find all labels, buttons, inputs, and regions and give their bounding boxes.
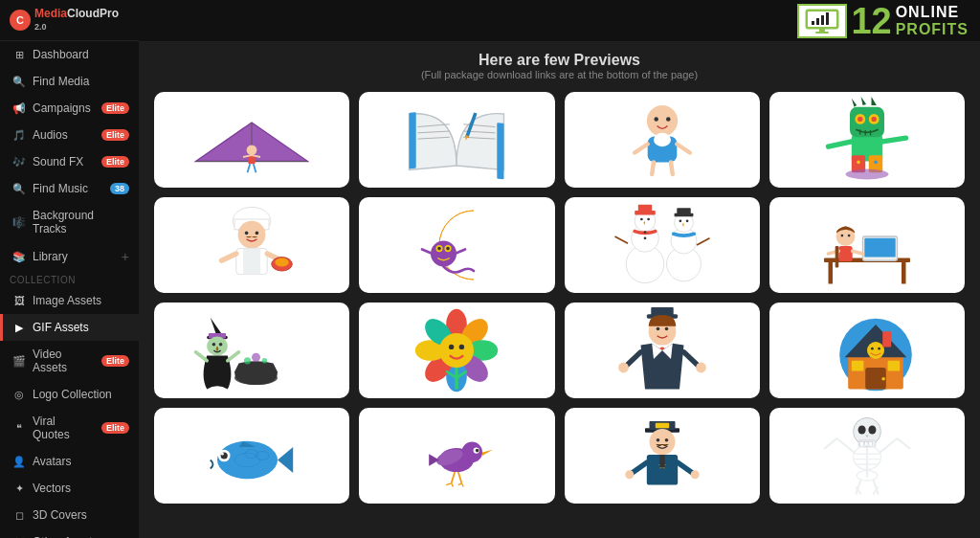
icon-3d-covers: ◻ — [12, 509, 26, 522]
svg-line-71 — [422, 250, 433, 255]
sidebar-item-campaigns[interactable]: 📢 Campaigns Elite — [0, 95, 139, 122]
logo-icon: C — [10, 10, 31, 31]
svg-point-65 — [275, 258, 288, 267]
label-sound-fx: Sound FX — [33, 155, 95, 168]
svg-point-159 — [221, 453, 224, 456]
svg-point-11 — [247, 145, 257, 155]
svg-line-16 — [254, 164, 256, 172]
svg-rect-149 — [887, 361, 900, 371]
svg-line-186 — [678, 462, 692, 473]
sidebar-item-background-tracks[interactable]: 🎼 Background Tracks — [0, 202, 139, 242]
svg-point-82 — [643, 236, 646, 239]
label-video-assets: Video Assets — [33, 347, 95, 374]
card-chef[interactable] — [154, 197, 349, 293]
card-moon-creature[interactable] — [359, 197, 554, 293]
card-book[interactable] — [359, 92, 554, 188]
label-background-tracks: Background Tracks — [33, 209, 129, 235]
sidebar-item-find-music[interactable]: 🔍 Find Music 38 — [0, 175, 139, 202]
svg-rect-101 — [838, 246, 852, 261]
svg-line-201 — [836, 438, 855, 453]
svg-line-139 — [626, 352, 640, 366]
card-hanglider[interactable] — [154, 92, 349, 188]
card-snowmen[interactable] — [565, 197, 760, 293]
icon-audios: 🎵 — [12, 129, 26, 142]
svg-rect-184 — [659, 455, 664, 468]
icon-dashboard: ⊞ — [12, 49, 26, 61]
icon-vectors: ✦ — [12, 482, 26, 495]
brand-number: 12 — [851, 3, 891, 39]
sidebar-item-gif-assets[interactable]: ▶ GIF Assets — [0, 314, 139, 341]
label-campaigns: Campaigns — [33, 101, 95, 115]
card-fish[interactable] — [154, 408, 349, 504]
svg-line-72 — [456, 250, 466, 255]
card-zombie[interactable] — [769, 92, 965, 188]
svg-line-83 — [614, 236, 628, 243]
content-header: Here are few Previews (Full package down… — [154, 52, 965, 80]
sidebar-item-3d-covers[interactable]: ◻ 3D Covers — [0, 502, 139, 528]
sidebar-item-find-media[interactable]: 🔍 Find Media — [0, 68, 139, 95]
svg-point-100 — [848, 235, 851, 237]
card-person-desk[interactable] — [769, 197, 965, 293]
svg-marker-155 — [278, 447, 293, 473]
svg-line-32 — [635, 145, 648, 153]
svg-line-34 — [652, 162, 654, 174]
sidebar-item-library[interactable]: 📚 Library + — [0, 242, 139, 271]
svg-line-103 — [853, 251, 863, 254]
svg-rect-77 — [637, 205, 651, 213]
collection-label: Collection — [0, 271, 139, 287]
card-fancy-man[interactable] — [565, 303, 760, 398]
sidebar-item-dashboard[interactable]: ⊞ Dashboard — [0, 41, 139, 68]
svg-line-62 — [222, 254, 236, 260]
card-flower-creature[interactable] — [359, 303, 554, 398]
card-witch[interactable] — [154, 303, 349, 398]
svg-rect-4 — [821, 15, 824, 25]
label-3d-covers: 3D Covers — [33, 508, 129, 522]
svg-rect-148 — [852, 361, 864, 371]
sidebar-logo: C MediaCloudPro2.0 — [0, 0, 139, 41]
svg-marker-167 — [482, 450, 493, 456]
svg-point-192 — [868, 426, 876, 435]
icon-background-tracks: 🎼 — [12, 216, 26, 229]
svg-point-52 — [857, 161, 860, 165]
sidebar-item-viral-quotes[interactable]: ❝ Viral Quotes Elite — [0, 408, 139, 448]
icon-viral-quotes: ❝ — [12, 422, 26, 435]
brand-line1: ONLINE — [896, 4, 969, 21]
svg-point-152 — [878, 347, 880, 350]
sidebar-item-video-assets[interactable]: 🎬 Video Assets Elite — [0, 341, 139, 381]
content-heading: Here are few Previews — [154, 52, 965, 69]
svg-point-89 — [679, 219, 681, 222]
svg-rect-7 — [815, 32, 829, 34]
svg-line-15 — [248, 164, 251, 172]
sidebar-item-audios[interactable]: 🎵 Audios Elite — [0, 122, 139, 148]
card-skeleton[interactable] — [769, 408, 965, 504]
icon-sound-fx: 🎶 — [12, 156, 26, 168]
svg-line-185 — [632, 462, 646, 473]
content-area: Here are few Previews (Full package down… — [139, 42, 980, 538]
svg-line-115 — [196, 352, 208, 361]
svg-point-81 — [643, 231, 646, 234]
sidebar-item-avatars[interactable]: 👤 Avatars — [0, 448, 139, 475]
sidebar-item-logo-collection[interactable]: ◎ Logo Collection — [0, 381, 139, 408]
svg-point-164 — [462, 442, 483, 463]
sidebar: C MediaCloudPro2.0 ⊞ Dashboard 🔍 Find Me… — [0, 0, 139, 538]
icon-video-assets: 🎬 — [12, 355, 26, 368]
card-bird[interactable] — [359, 408, 554, 504]
card-baby[interactable] — [565, 92, 760, 188]
svg-line-33 — [677, 145, 690, 153]
svg-rect-104 — [835, 246, 839, 268]
svg-line-48 — [828, 142, 851, 146]
sidebar-item-vectors[interactable]: ✦ Vectors — [0, 475, 139, 502]
sidebar-item-sound-fx[interactable]: 🎶 Sound FX Elite — [0, 148, 139, 175]
svg-rect-88 — [677, 208, 690, 214]
topbar: 12 ONLINE PROFITS — [139, 0, 980, 42]
label-viral-quotes: Viral Quotes — [33, 415, 95, 441]
svg-point-187 — [625, 470, 634, 479]
svg-point-59 — [256, 232, 259, 235]
label-audios: Audios — [33, 128, 95, 142]
badge-viral-quotes: Elite — [101, 422, 129, 434]
card-officer[interactable] — [565, 408, 760, 504]
sidebar-item-image-assets[interactable]: 🖼 Image Assets — [0, 287, 139, 314]
label-library: Library — [33, 250, 115, 263]
sidebar-item-other-assets[interactable]: 📁 Other Assets — [0, 528, 139, 538]
card-house[interactable] — [769, 303, 965, 398]
